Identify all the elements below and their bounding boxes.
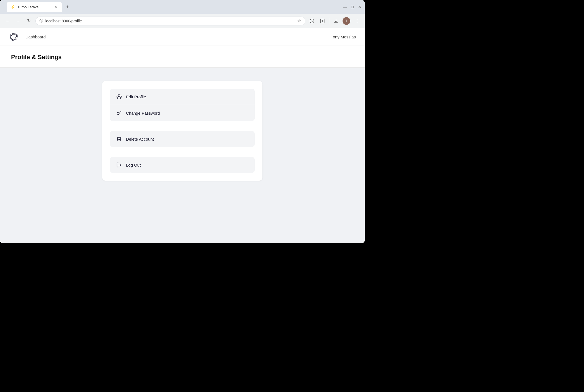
log-out-label: Log Out	[126, 163, 141, 167]
settings-card: Edit Profile Change Password	[102, 81, 262, 181]
app-content: Dashboard Tony Messias Profile & Setting…	[0, 28, 365, 243]
group-separator-1	[110, 124, 255, 128]
app-nav: Dashboard Tony Messias	[0, 28, 365, 46]
edit-profile-label: Edit Profile	[126, 94, 146, 99]
browser-window: ⚡ Turbo Laravel × + — □ ✕ ← → ↻ ⓘ localh…	[0, 0, 365, 243]
delete-account-item[interactable]: Delete Account	[110, 131, 255, 147]
title-bar: ⚡ Turbo Laravel × + — □ ✕	[0, 0, 365, 14]
change-password-item[interactable]: Change Password	[110, 105, 255, 121]
share-icon[interactable]	[319, 17, 326, 25]
user-avatar-icon[interactable]: T	[343, 17, 350, 25]
url-info-icon: ⓘ	[40, 19, 43, 23]
url-bar[interactable]: ⓘ localhost:8000/profile ☆	[35, 17, 305, 25]
nav-logo	[9, 32, 19, 42]
laravel-logo-icon	[9, 32, 19, 42]
svg-point-7	[117, 112, 119, 115]
menu-button[interactable]: ⋮	[353, 17, 361, 25]
tab-title: Turbo Laravel	[17, 5, 40, 9]
svg-point-5	[118, 95, 120, 97]
page-title: Profile & Settings	[11, 54, 354, 61]
dashboard-link[interactable]: Dashboard	[25, 35, 46, 39]
logout-icon	[116, 162, 122, 168]
url-text: localhost:8000/profile	[45, 19, 295, 23]
refresh-button[interactable]: ↻	[25, 17, 33, 25]
browser-right-icons: T ⋮	[308, 17, 361, 25]
page-header: Profile & Settings	[0, 46, 365, 68]
bookmark-icon[interactable]: ☆	[297, 18, 301, 23]
delete-group: Delete Account	[110, 131, 255, 147]
minimize-button[interactable]: —	[343, 5, 347, 9]
close-window-button[interactable]: ✕	[358, 5, 361, 9]
tab-area: ⚡ Turbo Laravel × +	[7, 2, 341, 12]
user-circle-icon	[116, 94, 122, 100]
back-button[interactable]: ←	[4, 17, 12, 25]
address-bar: ← → ↻ ⓘ localhost:8000/profile ☆	[0, 14, 365, 28]
nav-user: Tony Messias	[331, 35, 356, 39]
tab-close-button[interactable]: ×	[54, 4, 58, 10]
trash-icon	[116, 136, 122, 142]
edit-profile-item[interactable]: Edit Profile	[110, 89, 255, 105]
nav-links: Dashboard	[25, 35, 46, 39]
delete-account-label: Delete Account	[126, 137, 154, 141]
key-icon	[116, 110, 122, 116]
download-icon[interactable]	[332, 17, 340, 25]
forward-button[interactable]: →	[14, 17, 22, 25]
profile-group: Edit Profile Change Password	[110, 89, 255, 121]
change-password-label: Change Password	[126, 111, 160, 115]
group-separator-2	[110, 150, 255, 154]
log-out-item[interactable]: Log Out	[110, 157, 255, 173]
window-right-controls: — □ ✕	[343, 5, 361, 9]
tab-favicon-icon: ⚡	[10, 5, 15, 9]
maximize-button[interactable]: □	[351, 5, 354, 9]
new-tab-button[interactable]: +	[64, 3, 71, 11]
page-content: Profile & Settings	[0, 46, 365, 243]
divider	[329, 18, 329, 24]
active-tab[interactable]: ⚡ Turbo Laravel ×	[7, 2, 62, 12]
extension-icon[interactable]	[308, 17, 316, 25]
page-body: Edit Profile Change Password	[0, 68, 365, 194]
logout-group: Log Out	[110, 157, 255, 173]
